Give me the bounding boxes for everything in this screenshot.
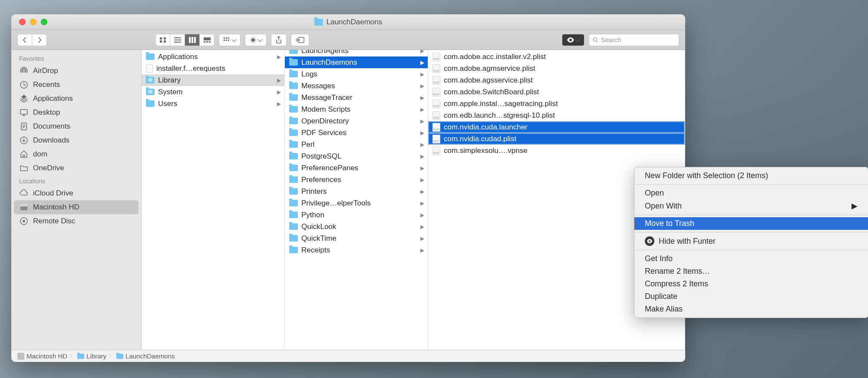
column-item[interactable]: installer.f…erequests (142, 63, 284, 74)
column-item[interactable]: Messages▶ (285, 80, 428, 92)
group-button[interactable] (219, 34, 241, 46)
column-item[interactable]: com.apple.instal…sagetracing.plist (428, 98, 685, 109)
search-box[interactable] (589, 34, 679, 46)
column-item[interactable]: com.edb.launch…stgresql-10.plist (428, 109, 685, 121)
sidebar-item[interactable]: Downloads (11, 133, 141, 147)
item-label: Logs (301, 70, 417, 79)
menu-item-label: Make Alias (645, 305, 683, 314)
sidebar-item[interactable]: Applications (11, 92, 141, 106)
column-item[interactable]: LaunchDaemons▶ (285, 56, 428, 68)
list-view-button[interactable] (170, 34, 185, 46)
column-item[interactable]: QuickTime▶ (285, 232, 428, 244)
svg-rect-14 (224, 37, 225, 39)
chevron-right-icon: ▶ (277, 101, 281, 107)
path-segment[interactable]: Library (77, 352, 106, 360)
column-item[interactable]: com.nvidia.cudad.plist (428, 133, 685, 145)
context-menu-item[interactable]: Duplicate (634, 290, 868, 303)
path-segment[interactable]: Macintosh HD (17, 352, 67, 360)
menu-item-label: Move to Trash (645, 219, 694, 228)
svg-rect-25 (20, 109, 27, 114)
gallery-view-button[interactable] (200, 34, 215, 46)
svg-rect-1 (164, 37, 166, 40)
sidebar-item[interactable]: Desktop (11, 106, 141, 119)
column-item[interactable]: Logs▶ (285, 68, 428, 80)
menu-item-label: Compress 2 Items (645, 279, 708, 288)
context-menu-item[interactable]: Hide with Funter (634, 235, 868, 248)
share-button[interactable] (271, 34, 287, 46)
column-item[interactable]: LaunchAgents▶ (285, 50, 428, 56)
sidebar-item-label: dom (33, 150, 47, 159)
column-item[interactable]: MessageTracer▶ (285, 92, 428, 103)
column-item[interactable]: Python▶ (285, 209, 428, 221)
path-segment[interactable]: LaunchDaemons (116, 352, 175, 360)
column-item[interactable]: Privilege…elperTools▶ (285, 197, 428, 209)
sidebar-item[interactable]: OneDrive (11, 161, 141, 175)
sidebar-item-label: Remote Disc (33, 217, 75, 225)
funter-button[interactable] (562, 34, 584, 46)
column-item[interactable]: com.adobe.acc.installer.v2.plist (428, 51, 685, 63)
svg-point-22 (593, 38, 597, 41)
sidebar-item[interactable]: Macintosh HD (14, 200, 139, 214)
column-item[interactable]: System▶ (142, 86, 284, 98)
path-separator: 〉 (109, 353, 114, 359)
column-item[interactable]: com.adobe.agmservice.plist (428, 63, 685, 74)
item-label: com.nvidia.cuda.launcher (444, 123, 681, 132)
plist-icon (432, 135, 440, 143)
sidebar-item-label: OneDrive (33, 164, 64, 172)
column-item[interactable]: Printers▶ (285, 186, 428, 197)
close-button[interactable] (19, 19, 26, 25)
column-item[interactable]: PostgreSQL▶ (285, 150, 428, 162)
context-menu-item[interactable]: Make Alias (634, 303, 868, 315)
sidebar-item[interactable]: Remote Disc (11, 214, 141, 228)
chevron-down-icon (575, 37, 580, 42)
action-button[interactable] (245, 34, 267, 46)
search-icon (593, 37, 598, 43)
column-item[interactable]: PDF Services▶ (285, 127, 428, 139)
column-item[interactable]: QuickLook▶ (285, 221, 428, 232)
sidebar-item[interactable]: dom (11, 147, 141, 161)
column-item[interactable]: Preferences▶ (285, 174, 428, 186)
context-menu-item[interactable]: Rename 2 Items… (634, 265, 868, 278)
column-item[interactable]: Library▶ (142, 74, 284, 86)
minimize-button[interactable] (30, 19, 36, 25)
context-menu-item[interactable]: New Folder with Selection (2 Items) (634, 169, 868, 182)
tags-button[interactable] (291, 34, 309, 46)
context-menu-item[interactable]: Open (634, 187, 868, 199)
column-item[interactable]: com.adobe.SwitchBoard.plist (428, 86, 685, 98)
column-item[interactable]: com.adobe.agsservice.plist (428, 74, 685, 86)
sidebar-item[interactable]: iCloud Drive (11, 186, 141, 200)
context-menu-item[interactable]: Open With▶ (634, 199, 868, 212)
column-item[interactable]: Applications▶ (142, 51, 284, 63)
svg-rect-11 (204, 41, 205, 43)
folder-icon (289, 129, 298, 136)
sidebar-item[interactable]: Documents (11, 119, 141, 133)
context-menu-item[interactable]: Move to Trash (634, 217, 868, 230)
path-label: LaunchDaemons (125, 352, 175, 360)
forward-button[interactable] (32, 34, 47, 46)
icon-view-button[interactable] (155, 34, 170, 46)
column-item[interactable]: PreferencePanes▶ (285, 162, 428, 174)
sidebar-section-header: Favorites (11, 53, 141, 64)
item-label: installer.f…erequests (156, 64, 281, 73)
column-item[interactable]: Receipts▶ (285, 244, 428, 256)
search-input[interactable] (601, 36, 675, 43)
column-item[interactable]: com.simplexsolu….vpnse (428, 145, 685, 156)
sidebar-item[interactable]: AirDrop (11, 64, 141, 78)
context-menu-item[interactable]: Compress 2 Items (634, 278, 868, 290)
svg-rect-16 (228, 37, 229, 39)
column-item[interactable]: Users▶ (142, 98, 284, 109)
maximize-button[interactable] (41, 19, 47, 25)
column-item[interactable]: Modem Scripts▶ (285, 103, 428, 115)
column-view-button[interactable] (185, 34, 200, 46)
column-2[interactable]: LaunchAgents▶LaunchDaemons▶Logs▶Messages… (285, 50, 428, 350)
column-item[interactable]: Perl▶ (285, 139, 428, 150)
column-item[interactable]: com.nvidia.cuda.launcher (428, 121, 685, 133)
context-menu-item[interactable]: Get Info (634, 252, 868, 265)
chevron-right-icon: ▶ (420, 130, 424, 136)
column-item[interactable]: OpenDirectory▶ (285, 115, 428, 127)
back-button[interactable] (17, 34, 32, 46)
sidebar-item[interactable]: Recents (11, 78, 141, 92)
column-1[interactable]: Applications▶installer.f…erequestsLibrar… (142, 50, 285, 350)
folder-icon (289, 176, 298, 183)
item-label: com.nvidia.cudad.plist (444, 135, 681, 143)
